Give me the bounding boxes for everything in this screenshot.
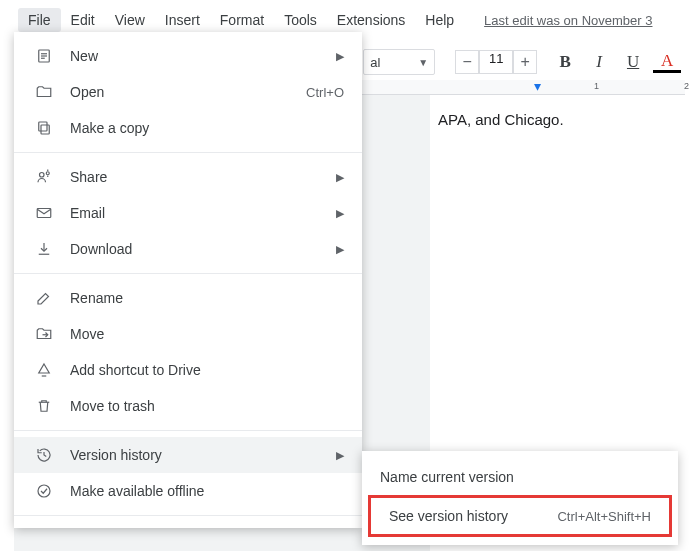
menubar: File Edit View Insert Format Tools Exten… [18,8,685,32]
menu-separator [14,273,362,274]
highlight-box: See version history Ctrl+Alt+Shift+H [368,495,672,537]
copy-icon [34,119,54,137]
font-family-select[interactable]: al ▼ [363,49,435,75]
menu-separator [14,430,362,431]
menu-item-make-copy[interactable]: Make a copy [14,110,362,146]
submenu-arrow-icon: ▶ [336,50,344,63]
menu-item-label: Download [70,241,320,257]
svg-rect-10 [37,209,51,218]
chevron-down-icon: ▼ [418,57,428,68]
ruler-tick: 1 [594,81,599,91]
menu-item-trash[interactable]: Move to trash [14,388,362,424]
underline-button[interactable]: U [619,50,647,74]
text-color-button[interactable]: A [653,52,681,73]
font-size-increase-button[interactable]: + [513,50,537,74]
menu-format[interactable]: Format [210,8,274,32]
submenu-arrow-icon: ▶ [336,207,344,220]
last-edit-link[interactable]: Last edit was on November 3 [484,13,652,28]
move-icon [34,325,54,343]
submenu-item-label: Name current version [380,469,660,485]
submenu-item-shortcut: Ctrl+Alt+Shift+H [557,509,651,524]
menu-item-rename[interactable]: Rename [14,280,362,316]
menu-item-label: Add shortcut to Drive [70,362,344,378]
drive-shortcut-icon [34,361,54,379]
menu-tools[interactable]: Tools [274,8,327,32]
menu-separator [14,152,362,153]
folder-open-icon [34,83,54,101]
font-family-value: al [370,55,380,70]
submenu-item-see-history[interactable]: See version history Ctrl+Alt+Shift+H [371,498,669,534]
menu-item-open[interactable]: Open Ctrl+O [14,74,362,110]
font-size-decrease-button[interactable]: − [455,50,479,74]
svg-rect-5 [39,122,47,131]
indent-marker-icon[interactable]: ▾ [534,78,541,94]
menu-item-label: New [70,48,320,64]
menu-item-new[interactable]: New ▶ [14,38,362,74]
menu-item-shortcut: Ctrl+O [306,85,344,100]
menu-separator [14,515,362,516]
submenu-arrow-icon: ▶ [336,243,344,256]
menu-item-download[interactable]: Download ▶ [14,231,362,267]
trash-icon [34,397,54,415]
font-size-group: − 11 + [455,50,537,74]
menu-help[interactable]: Help [415,8,464,32]
italic-button[interactable]: I [585,50,613,74]
menu-item-label: Rename [70,290,344,306]
svg-point-6 [40,173,45,178]
menu-item-label: Open [70,84,290,100]
download-icon [34,240,54,258]
document-icon [34,47,54,65]
svg-rect-4 [41,125,49,134]
rename-icon [34,289,54,307]
menu-item-offline[interactable]: Make available offline [14,473,362,509]
email-icon [34,204,54,222]
share-icon [34,168,54,186]
menu-item-email[interactable]: Email ▶ [14,195,362,231]
file-menu-dropdown: New ▶ Open Ctrl+O Make a copy Share ▶ Em… [14,32,362,528]
menu-item-label: Share [70,169,320,185]
menu-item-label: Version history [70,447,320,463]
svg-point-7 [46,172,49,175]
menu-item-move[interactable]: Move [14,316,362,352]
ruler-tick: 2 [684,81,689,91]
menu-file[interactable]: File [18,8,61,32]
menu-item-label: Move [70,326,344,342]
bold-button[interactable]: B [551,50,579,74]
menu-item-label: Make available offline [70,483,344,499]
menu-item-label: Make a copy [70,120,344,136]
menu-item-version-history[interactable]: Version history ▶ [14,437,362,473]
submenu-item-label: See version history [389,508,543,524]
document-text: APA, and Chicago. [438,111,564,128]
menu-insert[interactable]: Insert [155,8,210,32]
history-icon [34,446,54,464]
menu-view[interactable]: View [105,8,155,32]
menu-extensions[interactable]: Extensions [327,8,415,32]
version-history-submenu: Name current version See version history… [362,451,678,545]
submenu-item-name-version[interactable]: Name current version [362,459,678,495]
font-size-input[interactable]: 11 [479,50,513,74]
menu-item-label: Move to trash [70,398,344,414]
submenu-arrow-icon: ▶ [336,171,344,184]
offline-icon [34,482,54,500]
svg-point-11 [38,485,50,497]
menu-item-share[interactable]: Share ▶ [14,159,362,195]
menu-item-add-shortcut[interactable]: Add shortcut to Drive [14,352,362,388]
menu-item-label: Email [70,205,320,221]
menu-edit[interactable]: Edit [61,8,105,32]
submenu-arrow-icon: ▶ [336,449,344,462]
